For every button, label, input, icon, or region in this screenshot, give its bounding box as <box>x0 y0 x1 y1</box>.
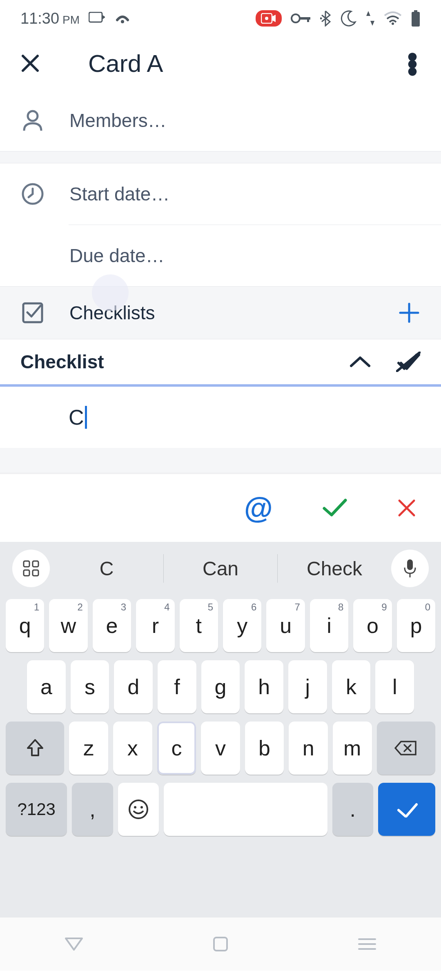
checklist-item-input[interactable]: C <box>69 405 87 430</box>
svg-rect-17 <box>33 570 38 576</box>
hotspot-icon <box>115 12 130 25</box>
key-q[interactable]: q1 <box>6 599 44 652</box>
card-header: Card A ●●● <box>0 37 441 90</box>
svg-rect-9 <box>414 10 417 12</box>
checklist-icon <box>20 301 45 325</box>
key-a[interactable]: a <box>27 660 66 713</box>
add-checklist-button[interactable] <box>398 301 421 324</box>
svg-point-1 <box>121 20 124 23</box>
svg-rect-10 <box>412 12 420 27</box>
key-r[interactable]: r4 <box>136 599 174 652</box>
start-date-label: Start date… <box>69 183 169 205</box>
cancel-button[interactable] <box>397 498 416 518</box>
checklist-title-row: Checklist <box>0 339 441 384</box>
svg-rect-23 <box>214 938 227 951</box>
key-s[interactable]: s <box>71 660 109 713</box>
backspace-key[interactable] <box>377 722 435 775</box>
section-gap <box>0 151 441 163</box>
moon-dnd-icon <box>340 10 357 27</box>
touch-ripple <box>92 274 129 311</box>
checklist-item-input-row[interactable]: C <box>0 387 441 448</box>
svg-rect-15 <box>33 561 38 567</box>
due-date-label: Due date… <box>69 245 165 267</box>
svg-point-7 <box>320 18 322 20</box>
key-h[interactable]: h <box>245 660 283 713</box>
key-t[interactable]: t5 <box>180 599 218 652</box>
screen-record-icon <box>256 10 282 27</box>
data-icon <box>366 10 375 27</box>
vpn-key-icon <box>291 13 311 24</box>
spacer <box>0 448 441 472</box>
checklist-title[interactable]: Checklist <box>20 351 104 373</box>
start-date-row[interactable]: Start date… <box>0 163 441 225</box>
svg-rect-6 <box>307 17 309 22</box>
nav-back-button[interactable] <box>64 937 84 951</box>
key-e[interactable]: e3 <box>93 599 131 652</box>
status-bar: 11:30 PM <box>0 0 441 37</box>
key-v[interactable]: v <box>201 722 240 775</box>
close-button[interactable] <box>20 53 45 73</box>
key-w[interactable]: w2 <box>49 599 87 652</box>
cast-icon <box>89 12 106 25</box>
battery-icon <box>411 10 421 27</box>
status-time: 11:30 <box>20 10 59 27</box>
key-j[interactable]: j <box>288 660 327 713</box>
nav-recents-button[interactable] <box>357 937 377 951</box>
system-nav-bar <box>0 918 441 971</box>
suggestion-1[interactable]: C <box>50 554 163 583</box>
key-u[interactable]: u7 <box>266 599 305 652</box>
mention-button[interactable]: @ <box>244 491 273 525</box>
checklists-section-header: Checklists <box>0 286 441 339</box>
key-c[interactable]: c <box>157 722 196 775</box>
text-cursor <box>85 406 87 429</box>
symbols-key[interactable]: ?123 <box>6 783 67 836</box>
key-o[interactable]: o9 <box>353 599 392 652</box>
status-period: PM <box>62 13 80 27</box>
comma-key[interactable]: , <box>72 783 113 836</box>
key-y[interactable]: y6 <box>223 599 261 652</box>
key-f[interactable]: f <box>158 660 196 713</box>
clock-icon <box>20 182 45 206</box>
key-z[interactable]: z <box>69 722 108 775</box>
key-p[interactable]: p0 <box>397 599 435 652</box>
suggestion-2[interactable]: Can <box>163 554 277 583</box>
svg-point-4 <box>292 14 300 22</box>
nav-home-button[interactable] <box>212 936 229 952</box>
svg-rect-14 <box>24 561 29 567</box>
key-n[interactable]: n <box>289 722 328 775</box>
members-label: Members… <box>69 109 167 131</box>
svg-point-3 <box>265 17 268 20</box>
keyboard-apps-button[interactable] <box>12 550 50 587</box>
key-x[interactable]: x <box>113 722 152 775</box>
svg-rect-0 <box>89 12 102 22</box>
emoji-key[interactable] <box>118 783 159 836</box>
key-m[interactable]: m <box>333 722 372 775</box>
suggestion-3[interactable]: Check <box>277 554 391 583</box>
members-row[interactable]: Members… <box>0 90 441 151</box>
collapse-chevron-icon[interactable] <box>349 354 372 369</box>
card-title: Card A <box>88 49 163 78</box>
key-k[interactable]: k <box>332 660 371 713</box>
shift-key[interactable] <box>6 722 64 775</box>
enter-key[interactable] <box>378 783 435 836</box>
svg-point-21 <box>134 806 136 808</box>
key-i[interactable]: i8 <box>310 599 348 652</box>
svg-point-20 <box>129 800 147 818</box>
more-menu-button[interactable]: ●●● <box>404 52 421 74</box>
period-key[interactable]: . <box>332 783 373 836</box>
key-d[interactable]: d <box>114 660 153 713</box>
key-b[interactable]: b <box>245 722 284 775</box>
hide-checked-icon[interactable] <box>396 352 421 372</box>
key-g[interactable]: g <box>201 660 240 713</box>
key-l[interactable]: l <box>375 660 414 713</box>
wifi-icon <box>384 11 402 25</box>
confirm-button[interactable] <box>322 498 348 518</box>
due-date-row[interactable]: Due date… <box>0 225 441 286</box>
svg-point-22 <box>140 806 143 808</box>
voice-input-button[interactable] <box>391 550 429 587</box>
person-icon <box>20 108 45 133</box>
keyboard: C Can Check q1w2e3r4t5y6u7i8o9p0 asdfghj… <box>0 542 441 918</box>
space-key[interactable] <box>164 783 327 836</box>
svg-rect-16 <box>24 570 29 576</box>
svg-point-8 <box>392 22 394 25</box>
